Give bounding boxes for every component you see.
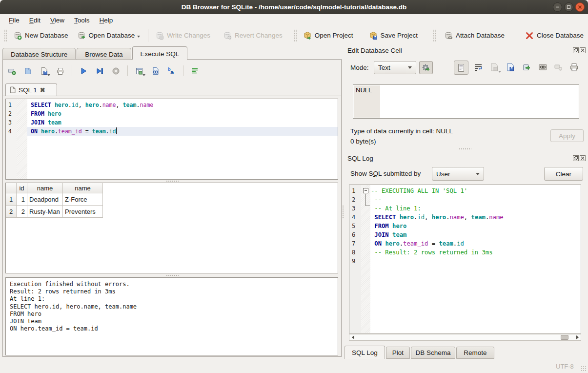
menu-help[interactable]: Help — [95, 15, 118, 25]
word-wrap-cell-button[interactable] — [474, 63, 483, 74]
titlebar[interactable]: DB Browser for SQLite - /home/user/code/… — [0, 0, 588, 14]
scroll-left-button[interactable] — [349, 334, 356, 340]
save-sql-file-icon[interactable] — [40, 67, 48, 75]
menu-edit[interactable]: Edit — [24, 15, 45, 25]
tab-browse-data[interactable]: Browse Data — [77, 48, 131, 60]
open-in-external-button[interactable] — [538, 62, 547, 73]
sql-log-float-icon[interactable] — [573, 155, 579, 161]
find-replace-icon[interactable] — [151, 67, 160, 75]
sql-log-view[interactable]: 123456789 -- EXECUTING ALL IN 'SQL 1' --… — [349, 185, 581, 333]
close-button[interactable] — [575, 2, 585, 12]
mode-select[interactable]: Text — [374, 61, 416, 74]
gear-icon — [422, 63, 430, 72]
fold-collapse-icon[interactable] — [363, 188, 368, 193]
column-header[interactable]: name — [27, 183, 63, 193]
text-mode-button[interactable] — [454, 61, 468, 75]
minimize-button[interactable] — [553, 2, 562, 12]
bottom-tab-sql-log[interactable]: SQL Log — [345, 346, 385, 359]
row-header[interactable]: 1 — [6, 193, 17, 206]
toolbar-grip — [4, 29, 7, 42]
text-document-icon — [457, 63, 465, 72]
menu-tools[interactable]: Tools — [69, 15, 95, 25]
toolbar-grip — [433, 29, 436, 42]
new-database-button[interactable]: New Database — [9, 29, 73, 42]
results-message-splitter[interactable] — [3, 274, 341, 277]
grid-cell[interactable]: 2 — [17, 206, 27, 218]
grid-cell[interactable]: Deadpond — [27, 193, 63, 206]
save-project-button[interactable]: Save Project — [365, 29, 423, 42]
sql-log-panel-title: SQL Log — [347, 155, 373, 162]
import-cell-data-button[interactable] — [506, 62, 515, 73]
code-line: -- — [370, 195, 581, 204]
cell-value: NULL — [356, 86, 372, 94]
attach-database-button[interactable]: Attach Database — [440, 29, 509, 42]
code-line: ON hero.team_id = team.id — [370, 239, 581, 248]
scrollbar-thumb[interactable] — [561, 335, 568, 340]
set-null-button[interactable] — [554, 64, 563, 72]
menu-view[interactable]: View — [45, 15, 69, 25]
main-toolbar: New Database Open Database Write Changes… — [0, 26, 588, 44]
grid-cell[interactable]: Rusty-Man — [27, 206, 63, 218]
dock-splitter[interactable] — [459, 148, 471, 150]
bottom-tab-remote[interactable]: Remote — [456, 347, 494, 359]
chevron-down-icon — [408, 66, 412, 69]
execute-current-line-icon[interactable] — [96, 67, 104, 75]
scroll-right-button[interactable] — [574, 334, 581, 340]
save-cell-button[interactable] — [490, 62, 499, 72]
print-sql-icon[interactable] — [56, 67, 64, 75]
menu-file[interactable]: File — [4, 15, 24, 25]
close-database-button[interactable]: Close Database — [521, 29, 588, 42]
log-line-numbers: 123456789 — [349, 185, 361, 333]
resize-grip[interactable] — [581, 366, 587, 372]
grid-cell[interactable]: 1 — [17, 193, 27, 206]
export-results-icon[interactable] — [135, 67, 143, 75]
auto-format-icon[interactable]: ba — [167, 67, 176, 75]
clear-log-button[interactable]: Clear — [544, 167, 583, 181]
revert-changes-button[interactable]: Revert Changes — [219, 29, 287, 42]
sql-log-filter-select[interactable]: User — [432, 167, 484, 181]
mode-label: Mode: — [350, 64, 369, 71]
tab-database-structure[interactable]: Database Structure — [2, 48, 76, 60]
cell-size-label: 0 byte(s) — [350, 138, 376, 145]
results-area[interactable]: idnamename11DeadpondZ-Force22Rusty-ManPr… — [5, 183, 338, 273]
log-horizontal-scrollbar[interactable] — [349, 334, 581, 341]
new-sql-tab-icon[interactable] — [8, 67, 16, 75]
grid-cell[interactable]: Z-Force — [63, 193, 103, 206]
print-cell-button[interactable] — [569, 62, 579, 73]
write-changes-button[interactable]: Write Changes — [151, 29, 215, 42]
export-cell-data-button[interactable] — [522, 62, 531, 73]
log-code: -- EXECUTING ALL IN 'SQL 1' -- -- At lin… — [370, 185, 581, 333]
cell-value-editor[interactable]: NULL — [353, 84, 579, 119]
sql-tab[interactable]: SQL 1 ✖ — [5, 83, 57, 96]
column-header[interactable]: id — [17, 183, 27, 193]
edit-cell-float-icon[interactable] — [573, 47, 579, 53]
database-close-icon — [525, 31, 534, 40]
bottom-tab-db-schema[interactable]: DB Schema — [411, 347, 455, 359]
close-sql-tab-icon[interactable]: ✖ — [40, 86, 45, 94]
edit-cell-panel-title: Edit Database Cell — [347, 47, 402, 54]
toolbar-button-label: Revert Changes — [235, 32, 283, 39]
tab-execute-sql[interactable]: Execute SQL — [132, 46, 188, 60]
sql-log-close-icon[interactable] — [580, 155, 586, 161]
editor-code: SELECT hero.id, hero.name, team.nameFROM… — [27, 99, 338, 179]
panel-splitter[interactable] — [342, 205, 345, 218]
edit-cell-close-icon[interactable] — [580, 47, 586, 53]
maximize-button[interactable] — [564, 2, 573, 12]
execute-all-icon[interactable] — [80, 67, 88, 75]
apply-button[interactable]: Apply — [550, 129, 584, 142]
grid-cell[interactable]: Preventers — [63, 206, 103, 218]
sql-editor[interactable]: 1234 SELECT hero.id, hero.name, team.nam… — [5, 99, 338, 180]
row-header[interactable]: 2 — [6, 206, 17, 218]
log-fold-margin — [361, 185, 370, 333]
import-settings-button[interactable] — [419, 61, 433, 74]
grid-corner — [6, 183, 17, 193]
open-database-dropdown-arrow[interactable] — [137, 36, 140, 38]
bottom-tab-plot[interactable]: Plot — [386, 347, 410, 359]
project-save-icon — [369, 31, 378, 40]
stop-execution-icon[interactable] — [112, 67, 120, 75]
open-database-button[interactable]: Open Database — [73, 29, 146, 42]
word-wrap-icon[interactable] — [191, 67, 199, 75]
column-header[interactable]: name — [63, 183, 103, 193]
open-project-button[interactable]: Open Project — [299, 29, 358, 42]
open-sql-file-icon[interactable] — [24, 67, 32, 75]
